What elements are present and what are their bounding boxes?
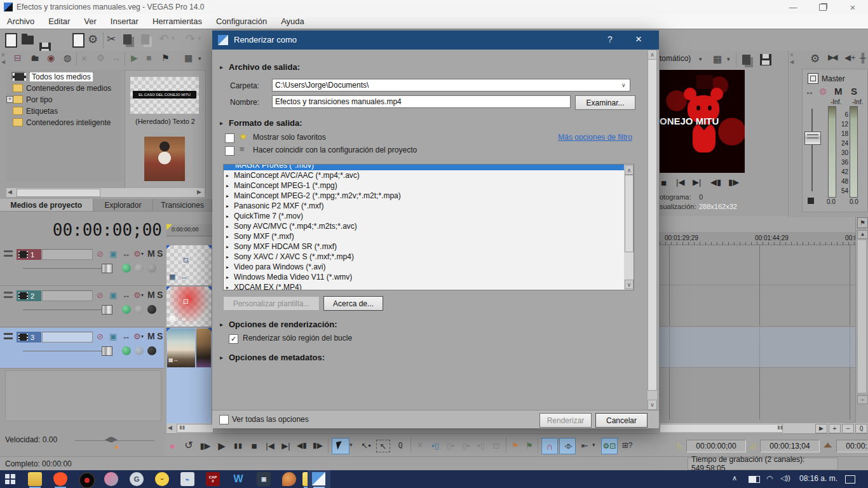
track-volume-slider[interactable] (23, 268, 112, 269)
track-solo-button[interactable]: S (157, 290, 163, 300)
preview-stop-icon[interactable]: ■ (661, 178, 667, 187)
scroll-right-icon[interactable]: ▶ (815, 424, 827, 433)
timeline-ruler-left[interactable]: 0:00:00;00 (166, 224, 212, 236)
lock-icon[interactable]: ⊡ (491, 440, 502, 451)
project-properties-icon[interactable] (72, 33, 85, 48)
tray-chevron-icon[interactable]: ∧ (732, 474, 737, 482)
views-dropdown-icon[interactable]: ▾ (198, 56, 201, 62)
save-snapshot-icon[interactable] (760, 54, 771, 65)
format-item[interactable]: ▸Sony AVC/MVC (*.mp4;*.m2ts;*.avc) (224, 221, 634, 231)
track-motion-icon[interactable]: ▣ (109, 332, 117, 341)
compositing-parent-icon[interactable] (147, 264, 156, 273)
timeline-hscrollbar-left[interactable]: ◀ ▮▮ (166, 423, 212, 433)
scroll-left-icon[interactable]: ◀ (168, 425, 172, 431)
tree-item-all-media[interactable]: Todos los medios (13, 71, 93, 82)
cancel-button[interactable]: Cancelar (595, 413, 648, 428)
match-project-checkbox[interactable] (225, 146, 234, 156)
play-button[interactable]: ▶ (216, 440, 227, 451)
compositing-parent-icon[interactable] (147, 346, 156, 355)
track-3-name-input[interactable] (42, 332, 93, 342)
compositing-mode-icon[interactable] (122, 305, 131, 314)
copy-icon[interactable] (123, 34, 132, 44)
slip-trim-icon[interactable]: ▪▯ (475, 440, 487, 451)
trim-start-icon[interactable]: ▪▯ (430, 440, 441, 451)
quality-dropdown-icon[interactable]: ▾ (699, 57, 702, 62)
track-3-event-thumbnail[interactable]: ▦↔ (166, 328, 212, 369)
preview-quality-dropdown[interactable]: tomático) (660, 55, 691, 62)
grid-dropdown-icon[interactable]: ▾ (727, 57, 730, 62)
track-2-event-thumbnail[interactable]: ▦ ↔ ⊡ (166, 287, 212, 327)
master-fx-icon[interactable]: ⚙ (819, 87, 827, 96)
format-item[interactable]: ▸Video para Windows (*.avi) (224, 262, 634, 272)
track-volume-handle[interactable] (102, 264, 112, 273)
track-pan-icon[interactable]: ↔ (122, 290, 130, 300)
section-expand-icon[interactable]: ▸ (220, 119, 223, 126)
vscroll-up-icon[interactable]: ▲ (857, 230, 868, 239)
track-header-1[interactable]: 1 ⊘ ▣ ↔ ⚙ ▾ M S (0, 245, 164, 286)
customize-template-button-disabled[interactable]: Personalizar plantilla... (223, 296, 320, 311)
preview-go-end-icon[interactable]: ▶| (693, 178, 701, 186)
vzoom-out-icon[interactable]: − (857, 395, 868, 404)
track-1-name-input[interactable] (42, 249, 93, 260)
crossfade-toggle-selected[interactable]: ◁▷ (559, 438, 576, 454)
import-media-icon[interactable]: 🖿 (31, 53, 39, 62)
start-button[interactable] (5, 474, 15, 484)
folder-dropdown-icon[interactable]: ∨ (621, 82, 626, 88)
make-compositing-child-icon[interactable] (135, 346, 144, 355)
format-item[interactable]: ▸Sony XAVC / XAVC S (*.mxf;*.mp4) (224, 252, 634, 262)
format-item[interactable]: ▸MainConcept MPEG-2 (*.mpg;*.m2v;*.m2t;*… (224, 191, 634, 201)
name-input[interactable] (272, 95, 571, 108)
track-header-3-selected[interactable]: 3 ⊘ ▣ ↔ ⚙ ▾ M S (0, 328, 164, 369)
taskbar-capture-app-icon[interactable]: ▣ (257, 472, 271, 486)
preview-go-start-icon[interactable]: |◀ (676, 178, 684, 186)
zoom-in-icon[interactable]: + (829, 424, 841, 433)
auto-ripple-icon[interactable]: ⇤ (578, 440, 591, 451)
marker-tool-icon[interactable]: ⚑ (857, 217, 868, 228)
taskbar-monitor-app-icon[interactable]: ⌁ (180, 472, 194, 486)
media-properties-icon[interactable]: ⚙ (97, 53, 105, 62)
remove-all-media-icon[interactable]: ⊟ (14, 53, 22, 62)
media-item-photo-thumbnail[interactable] (144, 137, 185, 181)
media-stop-icon[interactable]: ■ (146, 53, 151, 62)
panel-undock-icon[interactable]: ◀ (1, 60, 5, 65)
bypass-motion-blur-icon[interactable]: ⊘ (97, 332, 104, 341)
mixer-properties-icon[interactable]: ⚙ (810, 53, 820, 64)
mixer-undock-icon[interactable]: ◀ (790, 60, 794, 65)
media-hscroll-thumb[interactable] (17, 189, 100, 197)
track-solo-button[interactable]: S (157, 248, 163, 259)
ripple-dropdown-icon[interactable]: ▾ (592, 442, 595, 448)
normal-edit-tool-selected[interactable] (332, 438, 349, 454)
track-volume-slider[interactable] (23, 309, 112, 310)
scroll-right-icon[interactable]: ▶ (197, 189, 201, 195)
compositing-mode-icon[interactable] (122, 346, 131, 355)
section-expand-icon[interactable]: ▸ (220, 354, 223, 361)
selection-tool-icon[interactable]: ↖ (376, 440, 390, 452)
taskbar-gom-icon[interactable]: G (130, 472, 144, 486)
go-to-end-button[interactable]: ▶| (280, 440, 292, 451)
pause-button[interactable]: ▮▮ (233, 440, 244, 451)
track-header-2[interactable]: 2 ⊘ ▣ ↔ ⚙ ▾ M S (0, 287, 164, 327)
view-all-options-label[interactable]: Ver todas las opciones (232, 415, 309, 424)
favorites-checkbox[interactable] (225, 133, 234, 143)
capture-video-icon[interactable]: ◉ (47, 53, 55, 62)
paste-icon[interactable] (141, 34, 149, 44)
format-item[interactable]: ▸Panasonic P2 MXF (*.mxf) (224, 201, 634, 211)
track-mute-button[interactable]: M (147, 248, 155, 259)
track-volume-slider[interactable] (23, 351, 112, 351)
dialog-titlebar[interactable]: Renderizar como ? × (212, 30, 659, 50)
format-item[interactable]: ▸Sony MXF HDCAM SR (*.mxf) (224, 241, 634, 252)
preview-prev-frame-icon[interactable]: ◀▮ (710, 178, 721, 186)
battery-icon[interactable] (749, 476, 760, 483)
wifi-icon[interactable]: ◠ (766, 474, 773, 483)
loop-region-checkbox-checked[interactable]: ✓ (229, 334, 238, 344)
timeline-ruler-right[interactable]: 00:01:29;29 00:01:44;29 00:0 (660, 232, 855, 245)
compositing-mode-icon[interactable] (122, 264, 131, 273)
about-button[interactable]: Acerca de... (323, 296, 383, 311)
list-scroll-up-icon[interactable]: ∧ (625, 165, 634, 175)
browse-button[interactable]: Examinar... (575, 95, 635, 110)
format-list-scrollbar[interactable]: ∧ ∨ (624, 165, 634, 290)
go-to-start-button[interactable]: |◀ (264, 440, 276, 451)
make-compositing-child-icon[interactable] (135, 305, 144, 314)
rate-marker-icon[interactable]: ▲ (113, 443, 120, 450)
selection-start-time[interactable]: 00:00:00;00 (686, 440, 746, 452)
